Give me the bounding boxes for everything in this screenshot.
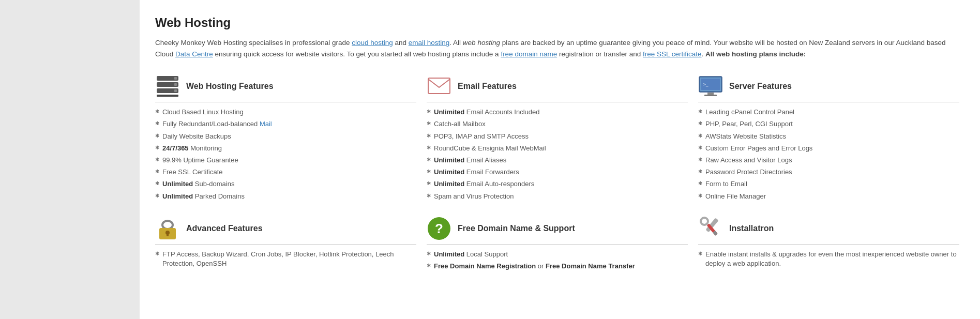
mail-link[interactable]: Mail bbox=[260, 120, 272, 128]
server-list: Leading cPanel Control Panel PHP, Pear, … bbox=[698, 108, 959, 204]
question-icon: ? bbox=[427, 216, 451, 241]
list-item: FTP Access, Backup Wizard, Cron Jobs, IP… bbox=[155, 250, 416, 268]
list-item: Custom Error Pages and Error Logs bbox=[698, 144, 959, 153]
list-item: Form to Email bbox=[698, 179, 959, 189]
advanced-section: Advanced Features FTP Access, Backup Wiz… bbox=[155, 216, 416, 274]
advanced-header: Advanced Features bbox=[155, 216, 416, 245]
svg-rect-14 bbox=[162, 221, 173, 229]
list-item: Cloud Based Linux Hosting bbox=[155, 108, 416, 117]
intro-text-4: ensuring quick access for website visito… bbox=[213, 50, 501, 58]
list-item: POP3, IMAP and SMTP Access bbox=[427, 132, 688, 141]
list-item: Enable instant installs & upgrades for e… bbox=[698, 250, 959, 268]
domain-title: Free Domain Name & Support bbox=[458, 224, 575, 233]
list-item: Online File Manager bbox=[698, 192, 959, 201]
svg-rect-17 bbox=[167, 234, 169, 236]
list-item: Fully Redundant/Load-balanced Mail bbox=[155, 119, 416, 129]
email-hosting-link[interactable]: email hosting bbox=[409, 39, 450, 47]
domain-header: ? Free Domain Name & Support bbox=[427, 216, 688, 245]
advanced-list: FTP Access, Backup Wizard, Cron Jobs, IP… bbox=[155, 250, 416, 271]
list-item: Spam and Virus Protection bbox=[427, 192, 688, 201]
list-item: Daily Website Backups bbox=[155, 132, 416, 141]
list-item: Unlimited Email Accounts Included bbox=[427, 108, 688, 117]
web-hosting-section: Web Hosting Features Cloud Based Linux H… bbox=[155, 74, 416, 204]
email-list: Unlimited Email Accounts Included Catch-… bbox=[427, 108, 688, 204]
svg-rect-5 bbox=[174, 89, 177, 92]
installatron-list: Enable instant installs & upgrades for e… bbox=[698, 250, 959, 271]
svg-text:?: ? bbox=[435, 221, 443, 236]
list-item: Leading cPanel Control Panel bbox=[698, 108, 959, 117]
free-ssl-link[interactable]: free SSL certificate bbox=[643, 50, 702, 58]
svg-rect-10 bbox=[707, 93, 714, 95]
free-domain-link[interactable]: free domain name bbox=[501, 50, 557, 58]
list-item: Unlimited Sub-domains bbox=[155, 179, 416, 189]
server-icon bbox=[155, 74, 180, 99]
svg-rect-3 bbox=[174, 83, 177, 86]
page-wrapper: Web Hosting Cheeky Monkey Web Hosting sp… bbox=[0, 0, 980, 319]
installatron-section: Installatron Enable instant installs & u… bbox=[698, 216, 959, 274]
sidebar bbox=[0, 0, 140, 319]
advanced-title: Advanced Features bbox=[186, 224, 263, 233]
list-item: Unlimited Email Auto-responders bbox=[427, 179, 688, 189]
list-item: Free SSL Certificate bbox=[155, 168, 416, 177]
email-header: Email Features bbox=[427, 74, 688, 102]
list-item: Unlimited Email Forwarders bbox=[427, 168, 688, 177]
list-item: Unlimited Email Aliases bbox=[427, 156, 688, 165]
web-hosting-list: Cloud Based Linux Hosting Fully Redundan… bbox=[155, 108, 416, 204]
main-content: Web Hosting Cheeky Monkey Web Hosting sp… bbox=[140, 0, 980, 319]
list-item: RoundCube & Ensignia Mail WebMail bbox=[427, 144, 688, 153]
features-grid: Web Hosting Features Cloud Based Linux H… bbox=[155, 74, 959, 274]
email-icon bbox=[427, 74, 451, 99]
monitor-icon: >_ bbox=[698, 74, 723, 99]
list-item: Free Domain Name Registration or Free Do… bbox=[427, 262, 688, 271]
tools-icon bbox=[698, 216, 723, 241]
server-header: >_ Server Features bbox=[698, 74, 959, 102]
list-item: 24/7/365 Monitoring bbox=[155, 144, 416, 153]
web-hosting-header: Web Hosting Features bbox=[155, 74, 416, 102]
installatron-header: Installatron bbox=[698, 216, 959, 245]
domain-section: ? Free Domain Name & Support Unlimited L… bbox=[427, 216, 688, 274]
page-title: Web Hosting bbox=[155, 16, 959, 30]
intro-text-5: registration or transfer and bbox=[557, 50, 643, 58]
intro-text-1: Cheeky Monkey Web Hosting specialises in… bbox=[155, 39, 352, 47]
svg-point-21 bbox=[701, 218, 708, 225]
svg-rect-6 bbox=[157, 95, 178, 97]
svg-rect-1 bbox=[174, 77, 177, 80]
data-centre-link[interactable]: Data Centre bbox=[175, 50, 213, 58]
server-features-title: Server Features bbox=[729, 82, 792, 91]
web-hosting-title: Web Hosting Features bbox=[186, 82, 274, 91]
list-item: Unlimited Local Support bbox=[427, 250, 688, 259]
intro-paragraph: Cheeky Monkey Web Hosting specialises in… bbox=[155, 37, 959, 59]
list-item: Raw Access and Visitor Logs bbox=[698, 156, 959, 165]
svg-rect-11 bbox=[704, 95, 717, 96]
list-item: PHP, Pear, Perl, CGI Support bbox=[698, 119, 959, 129]
list-item: 99.9% Uptime Guarantee bbox=[155, 156, 416, 165]
installatron-title: Installatron bbox=[729, 224, 774, 233]
list-item: AWStats Website Statistics bbox=[698, 132, 959, 141]
email-section: Email Features Unlimited Email Accounts … bbox=[427, 74, 688, 204]
domain-list: Unlimited Local Support Free Domain Name… bbox=[427, 250, 688, 274]
intro-text-2: and bbox=[393, 39, 409, 47]
intro-text-6: . All web hosting plans include: bbox=[702, 50, 806, 58]
list-item: Password Protect Directories bbox=[698, 168, 959, 177]
list-item: Unlimited Parked Domains bbox=[155, 192, 416, 201]
email-title: Email Features bbox=[458, 82, 517, 91]
cloud-hosting-link[interactable]: cloud hosting bbox=[352, 39, 393, 47]
svg-rect-7 bbox=[428, 78, 450, 94]
list-item: Catch-all Mailbox bbox=[427, 119, 688, 129]
server-section: >_ Server Features Leading cPanel Contro… bbox=[698, 74, 959, 204]
lock-icon bbox=[155, 216, 180, 241]
svg-text:>_: >_ bbox=[703, 82, 708, 87]
